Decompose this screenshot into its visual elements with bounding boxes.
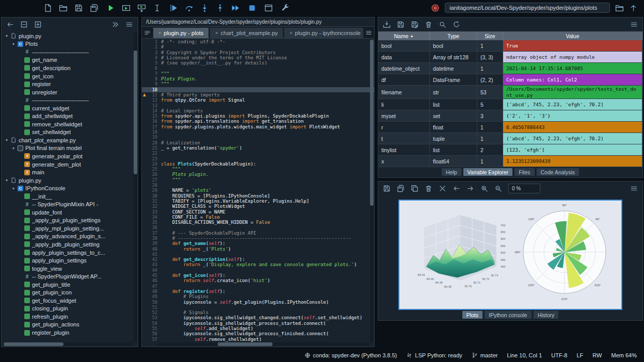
plots-menu-icon[interactable] bbox=[630, 185, 638, 192]
code-line[interactable]: 11# Third party imports bbox=[142, 92, 374, 97]
variable-row[interactable]: datetime_objectdatetime12021-04-14 17:35… bbox=[378, 63, 642, 74]
outline-item[interactable]: ▼plugin.py bbox=[2, 32, 138, 40]
tab-history[interactable]: History bbox=[533, 310, 559, 319]
code-line[interactable]: 31 TABIFY = [Plugins.VariableExplorer, P… bbox=[142, 199, 374, 204]
outline-item[interactable]: register_plugin bbox=[2, 328, 138, 337]
tab-variable-explorer[interactable]: Variable Explorer bbox=[463, 168, 513, 176]
outline-item[interactable]: get_plugin_actions bbox=[2, 321, 138, 329]
outline-item[interactable]: _apply_gui_plugin_settings bbox=[2, 217, 138, 225]
code-line[interactable]: 3# Copyright © Spyder Project Contributo… bbox=[142, 50, 374, 55]
variable-value[interactable]: [123, 'efgh'] bbox=[503, 144, 642, 156]
status-mem-64[interactable]: Mem 64% bbox=[611, 352, 637, 358]
code-line[interactable]: 15from spyder.api.plugins import Plugins… bbox=[142, 113, 374, 119]
collapse-all-icon[interactable] bbox=[20, 21, 28, 28]
code-line[interactable]: 44 bbox=[142, 268, 374, 273]
outline-item[interactable]: get_focus_widget bbox=[2, 297, 138, 305]
status-master[interactable]: master bbox=[472, 352, 498, 358]
code-line[interactable]: 8Plots Plugin. bbox=[142, 76, 374, 81]
outline-item[interactable]: get_plugin_icon bbox=[2, 289, 138, 297]
outline-vertical-scrollbar[interactable] bbox=[134, 32, 137, 342]
code-line[interactable]: 24class Plots(SpyderDockablePlugin): bbox=[142, 161, 374, 167]
outline-item[interactable]: unregister bbox=[2, 88, 138, 96]
outline-item[interactable]: get_icon bbox=[2, 72, 138, 80]
outline-item[interactable]: apply_plugin_settings bbox=[2, 256, 138, 265]
close-icon[interactable]: × bbox=[158, 30, 161, 36]
variable-row[interactable]: ttuple1('abcd', 745, 2.23, 'efgh', 70.2) bbox=[378, 133, 642, 144]
expand-all-icon[interactable] bbox=[34, 21, 42, 28]
code-line[interactable]: 25 """ bbox=[142, 167, 374, 172]
outline-item[interactable]: refresh_plugin bbox=[2, 312, 138, 321]
status-lf[interactable]: LF bbox=[576, 352, 583, 358]
column-header-size[interactable]: Size bbox=[477, 31, 503, 40]
code-line[interactable]: 41 bbox=[142, 252, 374, 257]
tools-icon[interactable] bbox=[281, 4, 289, 12]
new-file-icon[interactable] bbox=[43, 4, 52, 12]
remove-variable-icon[interactable] bbox=[425, 21, 432, 28]
variable-value[interactable]: 2021-04-14 17:35:14.687085 bbox=[503, 63, 642, 74]
save-all-plots-icon[interactable] bbox=[397, 185, 405, 192]
run-icon[interactable] bbox=[106, 4, 115, 12]
code-line[interactable]: 26 Plots plugin. bbox=[142, 172, 374, 177]
code-line[interactable]: 42 def get_description(self): bbox=[142, 257, 374, 262]
outline-item[interactable]: fgenerate_polar_plot bbox=[2, 152, 138, 160]
code-line[interactable]: 55 self.add_shellwidget) bbox=[142, 326, 374, 331]
figure-canvas[interactable]: 400450500550600650700-84.41-84.40-84.39-… bbox=[398, 200, 622, 310]
variable-value[interactable]: 6.46567886443 bbox=[503, 122, 642, 133]
status-line-10-col-1[interactable]: Line 10, Col 1 bbox=[507, 352, 542, 358]
variable-value[interactable]: ['abcd', 745, 2.23, 'efgh', 70.2] bbox=[503, 99, 642, 110]
code-line[interactable]: 50 ipyconsole = self.get_plugin(Plugins.… bbox=[142, 300, 374, 305]
code-line[interactable]: 46 return self.create_icon('hist') bbox=[142, 278, 374, 283]
open-folder-icon[interactable] bbox=[59, 4, 68, 12]
editor-horizontal-scrollbar[interactable] bbox=[158, 342, 369, 346]
code-line[interactable]: 18 bbox=[142, 129, 374, 135]
code-line[interactable]: 56 ipyconsole.sig_shellwidget_process_fi… bbox=[142, 331, 374, 336]
variable-explorer-menu-icon[interactable] bbox=[630, 21, 638, 28]
code-line[interactable]: 4# Licensed under the terms of the MIT L… bbox=[142, 55, 374, 60]
outline-item[interactable]: fmain bbox=[2, 168, 138, 176]
import-data-icon[interactable] bbox=[383, 21, 391, 28]
code-line[interactable]: 23 bbox=[142, 156, 374, 161]
close-icon[interactable]: × bbox=[215, 30, 218, 36]
code-line[interactable]: 33 CONF_SECTION = NAME bbox=[142, 209, 374, 215]
remove-plot-icon[interactable] bbox=[425, 185, 432, 192]
code-line[interactable]: 57 self.remove_shellwidget) bbox=[142, 337, 374, 342]
variable-row[interactable]: rfloat16.46567886443 bbox=[378, 122, 642, 133]
code-line[interactable]: 17from spyder.plugins.plots.widgets.main… bbox=[142, 124, 374, 129]
code-line[interactable]: 37 # --- SpyderDockablePlugin API bbox=[142, 231, 374, 236]
code-line[interactable]: 27 """ bbox=[142, 177, 374, 183]
close-icon[interactable]: × bbox=[289, 30, 292, 36]
code-line[interactable]: 54 ipyconsole.sig_shellwidget_process_st… bbox=[142, 321, 374, 326]
outline-item[interactable]: ▼CPlots bbox=[2, 40, 138, 48]
copy-plot-icon[interactable] bbox=[411, 185, 418, 192]
code-line[interactable]: 45 def get_icon(self): bbox=[142, 273, 374, 278]
zoom-in-icon[interactable] bbox=[480, 185, 488, 192]
previous-plot-icon[interactable] bbox=[453, 185, 460, 192]
code-line[interactable]: 7""" bbox=[142, 71, 374, 76]
outline-item[interactable]: #------------------------------ bbox=[2, 96, 138, 104]
editor-tab-plugin-py-ipythonconsole[interactable]: ×plugin.py - ipythonconsole bbox=[284, 27, 363, 38]
save-all-icon[interactable] bbox=[90, 4, 99, 12]
code-line[interactable]: 5# (see spyder/__init__.py for details) bbox=[142, 60, 374, 65]
variable-row[interactable]: dfDataFrame(2, 2)Column names: Col1, Col… bbox=[378, 74, 642, 86]
outline-item[interactable]: #-- SpyderPluginWidget AP... bbox=[2, 272, 138, 281]
status-lsp-python-ready[interactable]: LSP Python: ready bbox=[406, 352, 462, 358]
outline-item[interactable]: ▼chart_plot_example.py bbox=[2, 136, 138, 144]
status-conda-spyder-dev-python-3-8-5[interactable]: conda: spyder-dev (Python 3.8.5) bbox=[304, 352, 397, 358]
outline-item[interactable]: apply_plugin_settings_to_c... bbox=[2, 249, 138, 257]
code-line[interactable]: 16from spyder.api.translations import ge… bbox=[142, 119, 374, 124]
code-line[interactable]: 1# -*- coding: utf-8 -*- bbox=[142, 39, 374, 44]
remove-all-plots-icon[interactable] bbox=[439, 185, 446, 192]
code-line[interactable]: 6 bbox=[142, 65, 374, 71]
variable-value[interactable]: ('abcd', 745, 2.23, 'efgh', 70.2) bbox=[503, 133, 642, 144]
outline-item[interactable]: _apply_pdb_plugin_setting bbox=[2, 240, 138, 249]
outline-item[interactable]: #------------------------------ bbox=[2, 48, 138, 56]
search-icon[interactable] bbox=[439, 21, 446, 28]
code-line[interactable]: 12from qtpy.QtCore import Signal bbox=[142, 97, 374, 103]
code-line[interactable]: 49 # Plugins bbox=[142, 294, 374, 299]
outline-item[interactable]: #-- SpyderPluginMixin API - bbox=[2, 200, 138, 208]
back-icon[interactable] bbox=[6, 21, 14, 28]
code-line[interactable]: 43 return _('Display, explore and save c… bbox=[142, 262, 374, 267]
run-cell-advance-icon[interactable] bbox=[137, 4, 146, 12]
run-selection-icon[interactable] bbox=[153, 4, 162, 12]
tab-code-analysis[interactable]: Code Analysis bbox=[536, 168, 580, 176]
